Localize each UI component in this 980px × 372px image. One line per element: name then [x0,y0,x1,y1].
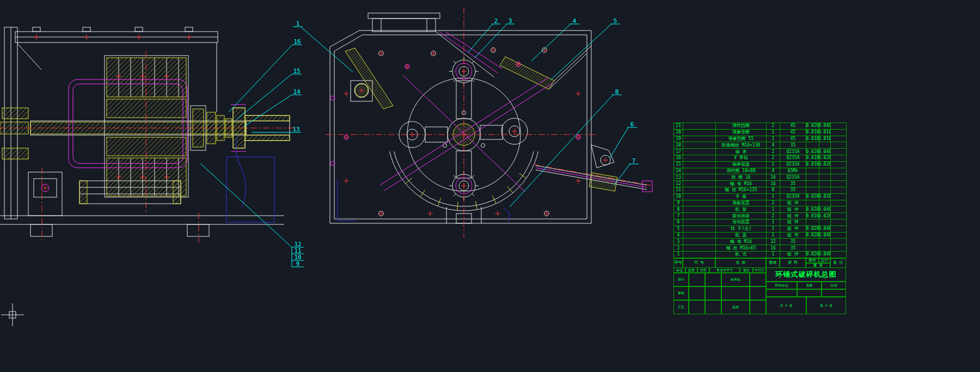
bom-cell-no: 16 [674,155,683,161]
cad-model-space[interactable]: 1 2 3 4 5 6 7 8 9 10 11 12 13 14 15 16 2… [0,0,980,372]
bom-cell-unit_w: 0.020 [806,148,819,155]
bom-row: 18联接螺栓 M16×130435 [674,142,846,148]
balloon-2[interactable]: 2 [494,17,498,25]
titleblock-rev-date: 年月日 [753,267,766,273]
drawing-title: 环锤式破碎机总图 [766,267,846,282]
bom-cell-material: 组 件 [780,212,806,219]
balloon-7[interactable]: 7 [632,157,636,164]
bom-cell-unit_w: 0.010 [806,161,819,168]
right-view-hatched-parts [345,48,617,191]
titleblock-rev-zone: 分区 [697,267,709,273]
bom-header-unit: 单件 [806,258,819,263]
bom-cell-total_w [819,187,831,193]
bom-cell-total_w: 0.010 [819,136,831,142]
bom-cell-qty: 2 [767,212,780,219]
titleblock-cell [689,273,705,286]
bom-cell-note [831,232,847,239]
titleblock-process-label: 工艺 [673,300,689,314]
bom-cell-unit_w: 0.020 [806,193,819,200]
bom-cell-no: 11 [674,187,683,193]
balloon-16[interactable]: 16 [293,38,301,45]
left-view[interactable] [0,27,297,243]
bom-cell-code [683,148,716,155]
bom-row: 17轴 承2Q235A0.0200.040 [674,148,846,155]
balloon-10[interactable]: 10 [294,254,301,261]
bom-cell-note [831,219,847,225]
bom-cell-qty: 1 [767,251,780,258]
bom-cell-code [683,129,716,136]
bom-cell-unit_w [806,219,819,225]
titleblock-rev-sign: 签名 [740,267,753,273]
bom-cell-material: 组 件 [780,219,806,225]
bom-cell-material: 组 件 [780,225,806,232]
titleblock-cell [750,300,766,314]
bom-cell-code [683,200,716,206]
balloon-5[interactable]: 5 [614,17,617,25]
bom-cell-total_w: 0.040 [819,148,831,155]
balloon-9[interactable]: 9 [296,260,300,267]
titleblock-approve-label: 批准 [721,300,750,314]
bom-row: 3螺 母 M163235 [674,238,846,245]
balloon-13[interactable]: 13 [292,126,299,133]
titleblock-cell [750,273,766,286]
bom-cell-no: 5 [674,225,683,232]
right-view-structure [330,13,647,223]
bom-cell-no: 19 [674,136,683,142]
balloon-14[interactable]: 14 [293,88,301,95]
bom-cell-no: 9 [674,200,683,206]
bom-cell-code [683,161,716,168]
titleblock-cell [797,289,822,297]
balloon-11[interactable]: 11 [294,247,301,254]
bom-cell-material: Q235A [780,155,806,161]
bom-cell-total_w [819,219,831,225]
bom-cell-unit_w: 0.010 [806,136,819,142]
bom-cell-unit_w: 0.020 [806,123,819,129]
balloon-1[interactable]: 1 [296,20,300,27]
bom-row: 8机 架1组 件0.0200.040 [674,206,846,212]
titleblock-sheets-total: 共 A 张 [766,297,806,314]
bom-cell-name: 振动筛架 [716,212,767,219]
balloon-15[interactable]: 15 [293,68,300,75]
bom-cell-note [831,251,847,258]
bom-cell-material: 组 件 [780,200,806,206]
bom-row: 16V 带轮2Q235A0.0100.020 [674,155,846,161]
bom-cell-total_w: 0.040 [819,206,831,212]
bom-cell-note [831,174,847,180]
balloon-8[interactable]: 8 [615,88,619,95]
balloon-3[interactable]: 3 [509,17,512,25]
bom-cell-unit_w: 0.020 [806,251,819,258]
bom-cell-note [831,206,847,212]
bom-header-no: 序号 [673,258,683,268]
bom-cell-no: 20 [674,129,683,136]
bom-cell-unit_w: 0.020 [806,225,819,232]
bom-cell-total_w: 0.020 [819,193,831,200]
bom-cell-material: Q235A [780,193,806,200]
bom-cell-unit_w [806,168,819,174]
bom-row: 2螺 栓 M16×651635 [674,245,846,251]
bom-cell-qty: 32 [767,238,780,245]
bom-cell-unit_w: 0.010 [806,155,819,161]
bom-cell-no: 4 [674,232,683,239]
bom-cell-qty: 2 [767,200,780,206]
bom-rows: 21弹性挡圈2450.0200.04020弹簧垫圈1450.0100.01019… [673,123,846,258]
balloon-4[interactable]: 4 [573,17,577,25]
bom-cell-name: 机 壳 [716,251,767,258]
bom-cell-unit_w: 0.020 [806,232,819,239]
bom-cell-name: 螺 栓 M16×135 [716,187,767,193]
titleblock-std-label: 标准化 [721,273,750,286]
bom-cell-qty: 4 [767,168,780,174]
bom-cell-material: Q235A [780,174,806,180]
balloon-12[interactable]: 12 [294,241,301,248]
bom-row: 13挡 圈 1616Q235A [674,174,846,180]
bom-cell-unit_w: 0.010 [806,129,819,136]
bom-header-code: 代 号 [683,258,715,268]
bom-cell-unit_w [806,142,819,148]
titleblock-sheet-no: 第 A 张 [806,297,846,314]
bom-cell-total_w: 0.040 [819,225,831,232]
bom-row: 6传动装置1组 件 [674,219,846,225]
bom-cell-qty: 2 [767,155,780,161]
bom-cell-name: 轴 承 [716,148,767,155]
balloon-6[interactable]: 6 [630,121,634,128]
bom-cell-code [683,225,716,232]
bom-cell-name: 弹簧垫圈 [716,129,767,136]
